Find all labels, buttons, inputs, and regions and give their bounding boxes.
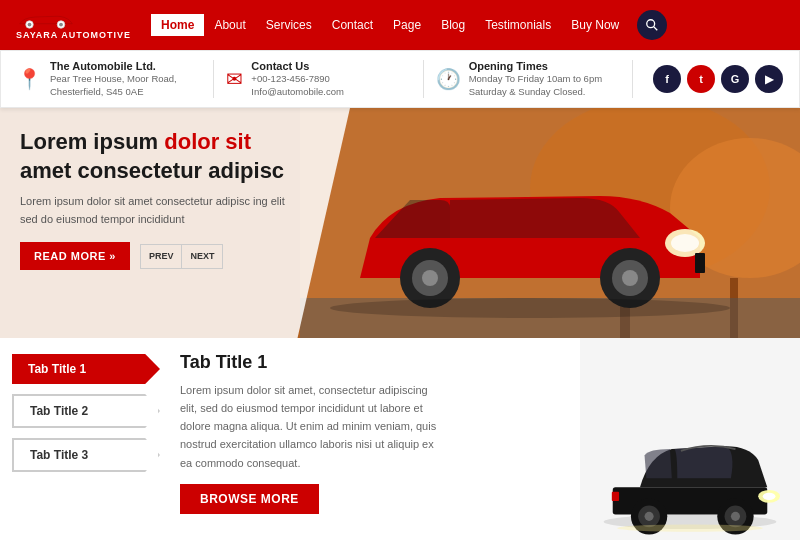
nav-item-services[interactable]: Services — [256, 14, 322, 36]
nav-item-home[interactable]: Home — [151, 14, 204, 36]
hero-section: Lorem ipsum dolor sit amet consectetur a… — [0, 108, 800, 338]
info-bar: 📍 The Automobile Ltd. Pear Tree House, M… — [0, 50, 800, 108]
prev-button[interactable]: PREV — [141, 245, 183, 268]
googleplus-button[interactable]: G — [721, 65, 749, 93]
nav-item-buynow[interactable]: Buy Now — [561, 14, 629, 36]
clock-icon: 🕐 — [436, 67, 461, 91]
hours-title: Opening Times — [469, 60, 602, 72]
hero-title-red: dolor sit — [164, 129, 251, 154]
svg-point-18 — [422, 270, 438, 286]
svg-point-22 — [330, 298, 730, 318]
logo-text: SAYARA AUTOMOTIVE — [16, 30, 131, 40]
youtube-button[interactable]: ▶ — [755, 65, 783, 93]
phone-number: +00-123-456-7890 — [251, 72, 344, 85]
tabs-sidebar: Tab Title 1 Tab Title 2 Tab Title 3 — [0, 338, 160, 540]
svg-rect-15 — [695, 253, 705, 273]
hero-title: Lorem ipsum dolor sit amet consectetur a… — [20, 128, 300, 185]
nav-item-contact[interactable]: Contact — [322, 14, 383, 36]
header: SAYARA AUTOMOTIVE Home About Services Co… — [0, 0, 800, 50]
svg-point-21 — [622, 270, 638, 286]
nav-item-testimonials[interactable]: Testimonials — [475, 14, 561, 36]
contact-title: Contact Us — [251, 60, 344, 72]
tabs-car-image — [580, 338, 800, 540]
tab-label-3: Tab Title 3 — [30, 448, 88, 462]
twitter-button[interactable]: t — [687, 65, 715, 93]
hero-title-part2: amet consectetur adipisc — [20, 158, 284, 183]
slider-nav: PREV NEXT — [140, 244, 224, 269]
nav-item-about[interactable]: About — [204, 14, 255, 36]
svg-rect-27 — [612, 492, 619, 501]
nav-item-page[interactable]: Page — [383, 14, 431, 36]
svg-line-5 — [654, 27, 658, 31]
tab-item-1[interactable]: Tab Title 1 — [12, 354, 160, 384]
nav-item-blog[interactable]: Blog — [431, 14, 475, 36]
hero-title-part1: Lorem ipsum — [20, 129, 164, 154]
hours-weekday: Monday To Friday 10am to 6pm — [469, 72, 602, 85]
facebook-button[interactable]: f — [653, 65, 681, 93]
main-nav: Home About Services Contact Page Blog Te… — [151, 10, 784, 40]
address-line1: Pear Tree House, Moor Road, — [50, 72, 177, 85]
svg-point-26 — [763, 493, 776, 500]
address-line2: Chesterfield, S45 0AE — [50, 85, 177, 98]
tab-label-2: Tab Title 2 — [30, 404, 88, 418]
black-car-icon — [590, 380, 790, 540]
address-title: The Automobile Ltd. — [50, 60, 177, 72]
hours-weekend: Saturday & Sunday Closed. — [469, 85, 602, 98]
hero-content: Lorem ipsum dolor sit amet consectetur a… — [20, 128, 300, 270]
tab-item-3[interactable]: Tab Title 3 — [12, 438, 160, 472]
hero-actions: READ MORE » PREV NEXT — [20, 242, 300, 270]
location-icon: 📍 — [17, 67, 42, 91]
tabs-content: Tab Title 1 Lorem ipsum dolor sit amet, … — [160, 338, 580, 540]
svg-point-14 — [671, 234, 699, 252]
tab-label-1: Tab Title 1 — [28, 362, 86, 376]
logo-area: SAYARA AUTOMOTIVE — [16, 11, 131, 40]
search-icon — [645, 18, 659, 32]
email-address: Info@automobile.com — [251, 85, 344, 98]
svg-point-4 — [647, 20, 655, 28]
read-more-button[interactable]: READ MORE » — [20, 242, 130, 270]
hours-info: 🕐 Opening Times Monday To Friday 10am to… — [436, 60, 633, 99]
social-links: f t G ▶ — [653, 65, 783, 93]
tabs-section: Tab Title 1 Tab Title 2 Tab Title 3 Tab … — [0, 338, 800, 540]
tab-content-description: Lorem ipsum dolor sit amet, consectetur … — [180, 381, 440, 472]
contact-info: ✉ Contact Us +00-123-456-7890 Info@autom… — [226, 60, 423, 99]
next-button[interactable]: NEXT — [182, 245, 222, 268]
email-icon: ✉ — [226, 67, 243, 91]
svg-point-33 — [731, 512, 740, 521]
browse-more-button[interactable]: BROWSE MORE — [180, 484, 319, 514]
search-button[interactable] — [637, 10, 667, 40]
svg-point-34 — [617, 525, 762, 532]
tab-item-2[interactable]: Tab Title 2 — [12, 394, 160, 428]
address-info: 📍 The Automobile Ltd. Pear Tree House, M… — [17, 60, 214, 99]
hero-description: Lorem ipsum dolor sit amet consectetur a… — [20, 193, 300, 228]
logo-car-icon — [16, 11, 76, 29]
tab-content-title: Tab Title 1 — [180, 352, 560, 373]
svg-point-30 — [645, 512, 654, 521]
svg-point-1 — [28, 22, 32, 26]
svg-point-3 — [59, 22, 63, 26]
